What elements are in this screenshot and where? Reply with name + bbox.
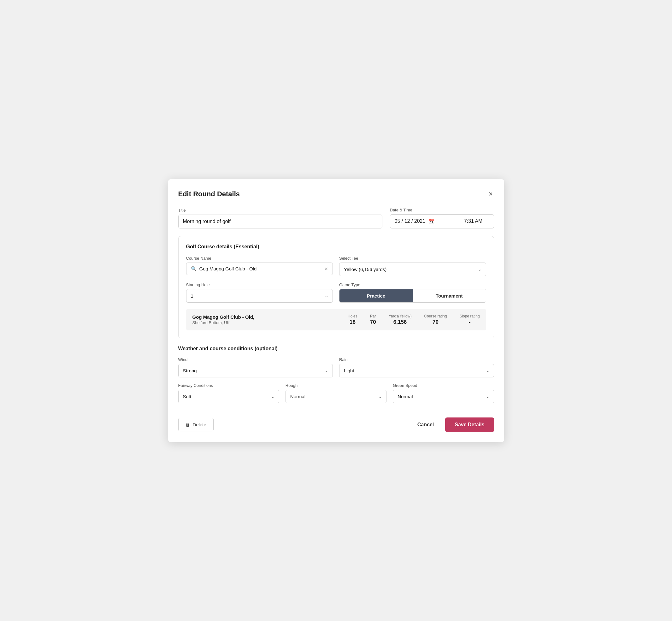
fairway-wrap: Soft Normal Firm Hard ⌄ [178, 390, 279, 403]
wind-label: Wind [178, 357, 333, 362]
rough-label: Rough [286, 383, 386, 388]
select-tee-label: Select Tee [339, 256, 486, 261]
golf-course-section: Golf Course details (Essential) Course N… [178, 236, 494, 338]
yards-label: Yards(Yellow) [389, 314, 412, 318]
modal-header: Edit Round Details × [178, 189, 494, 199]
modal-title: Edit Round Details [178, 190, 240, 198]
cancel-button[interactable]: Cancel [411, 418, 440, 431]
course-rating-label: Course rating [424, 314, 447, 318]
course-location: Shelford Bottom, UK [193, 320, 348, 325]
starting-hole-wrap: 1234 5678 910 ⌄ [186, 289, 333, 303]
course-top-row: Course Name 🔍 ✕ Select Tee Yellow (6,156… [186, 256, 486, 276]
holes-label: Holes [348, 314, 358, 318]
search-icon: 🔍 [191, 266, 197, 272]
green-speed-dropdown[interactable]: Slow Normal Fast Very Fast [393, 390, 494, 403]
edit-round-modal: Edit Round Details × Title Date & Time 0… [168, 179, 504, 442]
course-name-input-wrap[interactable]: 🔍 ✕ [186, 262, 333, 275]
conditions-row: Fairway Conditions Soft Normal Firm Hard… [178, 383, 494, 403]
game-type-group: Game Type Practice Tournament [339, 282, 486, 303]
slope-rating-label: Slope rating [459, 314, 479, 318]
select-tee-group: Select Tee Yellow (6,156 yards) White Re… [339, 256, 486, 276]
trash-icon: 🗑 [185, 422, 190, 427]
course-name-input[interactable] [199, 266, 322, 272]
close-button[interactable]: × [488, 189, 494, 199]
footer-row: 🗑 Delete Cancel Save Details [178, 411, 494, 432]
time-field[interactable]: 7:31 AM [453, 214, 494, 229]
rain-group: Rain None Light Moderate Heavy ⌄ [339, 357, 494, 377]
rough-wrap: Soft Normal Firm Hard ⌄ [286, 390, 386, 403]
fairway-group: Fairway Conditions Soft Normal Firm Hard… [178, 383, 279, 403]
wind-dropdown[interactable]: None Light Moderate Strong [178, 364, 333, 377]
stat-holes: Holes 18 [348, 314, 358, 325]
select-tee-wrap: Yellow (6,156 yards) White Red Blue ⌄ [339, 262, 486, 276]
stat-course-rating: Course rating 70 [424, 314, 447, 325]
starting-hole-group: Starting Hole 1234 5678 910 ⌄ [186, 282, 333, 303]
date-field[interactable]: 05 / 12 / 2021 📅 [390, 214, 453, 229]
delete-label: Delete [193, 422, 206, 427]
starting-hole-label: Starting Hole [186, 282, 333, 287]
wind-rain-row: Wind None Light Moderate Strong ⌄ Rain N… [178, 357, 494, 377]
holes-value: 18 [349, 319, 355, 325]
title-field-group: Title [178, 208, 382, 229]
rain-label: Rain [339, 357, 494, 362]
fairway-dropdown[interactable]: Soft Normal Firm Hard [178, 390, 279, 403]
stat-slope-rating: Slope rating - [459, 314, 479, 325]
golf-course-title: Golf Course details (Essential) [186, 244, 486, 250]
rain-wrap: None Light Moderate Heavy ⌄ [339, 364, 494, 377]
delete-button[interactable]: 🗑 Delete [178, 418, 214, 431]
green-speed-wrap: Slow Normal Fast Very Fast ⌄ [393, 390, 494, 403]
course-bottom-row: Starting Hole 1234 5678 910 ⌄ Game Type … [186, 282, 486, 303]
slope-rating-value: - [469, 319, 471, 325]
title-input[interactable] [178, 215, 382, 229]
starting-hole-dropdown[interactable]: 1234 5678 910 [186, 289, 333, 303]
title-label: Title [178, 208, 382, 213]
calendar-icon: 📅 [428, 218, 435, 224]
green-speed-group: Green Speed Slow Normal Fast Very Fast ⌄ [393, 383, 494, 403]
course-name-group: Course Name 🔍 ✕ [186, 256, 333, 276]
footer-right: Cancel Save Details [411, 417, 494, 432]
stat-yards: Yards(Yellow) 6,156 [389, 314, 412, 325]
weather-title: Weather and course conditions (optional) [178, 346, 494, 351]
rough-group: Rough Soft Normal Firm Hard ⌄ [286, 383, 386, 403]
par-label: Par [370, 314, 376, 318]
clear-icon[interactable]: ✕ [324, 266, 328, 272]
course-info-name: Gog Magog Golf Club - Old, Shelford Bott… [193, 314, 348, 325]
time-value: 7:31 AM [464, 218, 483, 224]
wind-wrap: None Light Moderate Strong ⌄ [178, 364, 333, 377]
date-value: 05 / 12 / 2021 [395, 218, 426, 224]
select-tee-dropdown[interactable]: Yellow (6,156 yards) White Red Blue [339, 262, 486, 276]
yards-value: 6,156 [393, 319, 407, 325]
datetime-field-group: Date & Time 05 / 12 / 2021 📅 7:31 AM [390, 208, 494, 229]
rain-dropdown[interactable]: None Light Moderate Heavy [339, 364, 494, 377]
game-type-toggle: Practice Tournament [339, 289, 486, 303]
top-fields: Title Date & Time 05 / 12 / 2021 📅 7:31 … [178, 208, 494, 229]
course-name-label: Course Name [186, 256, 333, 261]
stat-par: Par 70 [370, 314, 376, 325]
weather-section: Weather and course conditions (optional)… [178, 346, 494, 403]
course-name-display: Gog Magog Golf Club - Old, [193, 314, 348, 320]
fairway-label: Fairway Conditions [178, 383, 279, 388]
tournament-button[interactable]: Tournament [413, 289, 486, 302]
course-stats: Holes 18 Par 70 Yards(Yellow) 6,156 Cour… [348, 314, 479, 325]
course-rating-value: 70 [432, 319, 438, 325]
datetime-wrap: 05 / 12 / 2021 📅 7:31 AM [390, 214, 494, 229]
par-value: 70 [370, 319, 376, 325]
game-type-label: Game Type [339, 282, 486, 287]
green-speed-label: Green Speed [393, 383, 494, 388]
datetime-label: Date & Time [390, 208, 494, 212]
wind-group: Wind None Light Moderate Strong ⌄ [178, 357, 333, 377]
course-info-row: Gog Magog Golf Club - Old, Shelford Bott… [186, 309, 486, 330]
rough-dropdown[interactable]: Soft Normal Firm Hard [286, 390, 386, 403]
practice-button[interactable]: Practice [339, 289, 413, 302]
save-button[interactable]: Save Details [445, 417, 494, 432]
